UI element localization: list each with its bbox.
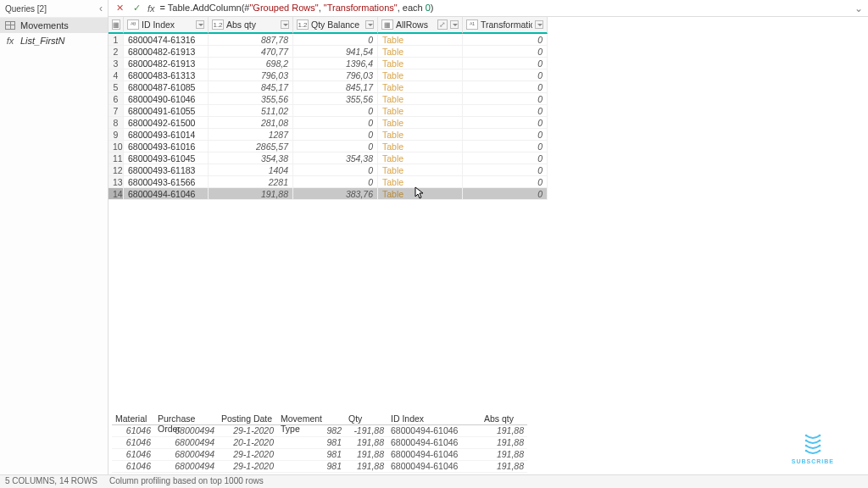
detail-cell[interactable]: 61046 bbox=[112, 437, 154, 449]
detail-cell[interactable]: 191,88 bbox=[481, 449, 527, 461]
detail-cell[interactable]: 61046 bbox=[112, 461, 154, 473]
cell-allrows[interactable]: Table bbox=[378, 188, 463, 200]
detail-cell[interactable]: 68000494 bbox=[154, 461, 218, 473]
cell-allrows[interactable]: Table bbox=[378, 164, 463, 176]
row-header-corner[interactable]: ▦ bbox=[108, 17, 124, 34]
cell-qty-balance[interactable]: 796,03 bbox=[293, 69, 378, 81]
type-icon[interactable]: ᴬ¹ bbox=[466, 19, 478, 30]
cell-id-index[interactable]: 68000493-61045 bbox=[124, 152, 209, 164]
expand-column-icon[interactable]: ⤢ bbox=[437, 19, 448, 30]
column-header[interactable]: ▦AllRows⤢ bbox=[378, 17, 463, 34]
detail-column-header[interactable]: Posting Date bbox=[218, 412, 277, 425]
cell-id-index[interactable]: 68000493-61566 bbox=[124, 176, 209, 188]
filter-icon[interactable] bbox=[196, 20, 204, 29]
cell-id-index[interactable]: 68000493-61014 bbox=[124, 129, 209, 141]
expand-formula-icon[interactable]: ⌄ bbox=[854, 3, 863, 14]
cell-allrows[interactable]: Table bbox=[378, 58, 463, 69]
cell-transformations[interactable]: 0 bbox=[463, 105, 548, 117]
detail-cell[interactable]: -191,88 bbox=[345, 425, 387, 437]
detail-cell[interactable]: 68000494-61046 bbox=[387, 449, 481, 461]
cell-transformations[interactable]: 0 bbox=[463, 69, 548, 81]
cell-allrows[interactable]: Table bbox=[378, 105, 463, 117]
cell-allrows[interactable]: Table bbox=[378, 176, 463, 188]
cell-allrows[interactable]: Table bbox=[378, 117, 463, 129]
detail-cell[interactable]: 68000494 bbox=[154, 425, 218, 437]
detail-cell[interactable]: 191,88 bbox=[481, 437, 527, 449]
detail-cell[interactable]: 68000494 bbox=[154, 449, 218, 461]
row-number[interactable]: 6 bbox=[108, 93, 124, 105]
row-number[interactable]: 10 bbox=[108, 141, 124, 152]
formula-input[interactable]: = Table.AddColumn(#"Grouped Rows", "Tran… bbox=[160, 3, 849, 14]
detail-cell[interactable]: 981 bbox=[277, 449, 345, 461]
collapse-sidebar-icon[interactable]: ‹ bbox=[99, 3, 103, 14]
cancel-icon[interactable]: ✕ bbox=[114, 3, 125, 14]
detail-cell[interactable]: 20-1-2020 bbox=[218, 437, 277, 449]
row-number[interactable]: 14 bbox=[108, 188, 124, 200]
detail-column-header[interactable]: Qty bbox=[345, 412, 387, 425]
cell-abs-qty[interactable]: 354,38 bbox=[209, 152, 293, 164]
cell-qty-balance[interactable]: 0 bbox=[293, 164, 378, 176]
detail-column-header[interactable]: Abs qty bbox=[481, 412, 527, 425]
cell-qty-balance[interactable]: 0 bbox=[293, 176, 378, 188]
cell-transformations[interactable]: 0 bbox=[463, 58, 548, 69]
cell-transformations[interactable]: 0 bbox=[463, 34, 548, 46]
cell-allrows[interactable]: Table bbox=[378, 129, 463, 141]
cell-qty-balance[interactable]: 354,38 bbox=[293, 152, 378, 164]
cell-allrows[interactable]: Table bbox=[378, 46, 463, 58]
cell-id-index[interactable]: 68000493-61183 bbox=[124, 164, 209, 176]
column-header[interactable]: 1.2Qty Balance bbox=[293, 17, 378, 34]
detail-cell[interactable]: 61046 bbox=[112, 425, 154, 437]
detail-cell[interactable]: 68000494-61046 bbox=[387, 461, 481, 473]
filter-icon[interactable] bbox=[281, 20, 289, 29]
type-icon[interactable]: ᴬᴮ bbox=[127, 19, 139, 30]
cell-qty-balance[interactable]: 355,56 bbox=[293, 93, 378, 105]
cell-abs-qty[interactable]: 2281 bbox=[209, 176, 293, 188]
detail-cell[interactable]: 191,88 bbox=[481, 461, 527, 473]
detail-cell[interactable]: 29-1-2020 bbox=[218, 425, 277, 437]
cell-transformations[interactable]: 0 bbox=[463, 81, 548, 93]
column-header[interactable]: ᴬ¹Transformations bbox=[463, 17, 548, 34]
cell-id-index[interactable]: 68000494-61046 bbox=[124, 188, 209, 200]
cell-transformations[interactable]: 0 bbox=[463, 164, 548, 176]
row-number[interactable]: 12 bbox=[108, 164, 124, 176]
detail-cell[interactable]: 191,88 bbox=[345, 449, 387, 461]
detail-cell[interactable]: 68000494-61046 bbox=[387, 437, 481, 449]
detail-cell[interactable]: 68000494-61046 bbox=[387, 425, 481, 437]
cell-transformations[interactable]: 0 bbox=[463, 93, 548, 105]
accept-icon[interactable]: ✓ bbox=[131, 3, 142, 14]
detail-cell[interactable]: 61046 bbox=[112, 449, 154, 461]
cell-abs-qty[interactable]: 191,88 bbox=[209, 188, 293, 200]
row-number[interactable]: 9 bbox=[108, 129, 124, 141]
row-number[interactable]: 8 bbox=[108, 117, 124, 129]
detail-cell[interactable]: 981 bbox=[277, 437, 345, 449]
cell-abs-qty[interactable]: 2865,57 bbox=[209, 141, 293, 152]
cell-id-index[interactable]: 68000487-61085 bbox=[124, 81, 209, 93]
cell-abs-qty[interactable]: 1287 bbox=[209, 129, 293, 141]
cell-qty-balance[interactable]: 1396,4 bbox=[293, 58, 378, 69]
cell-abs-qty[interactable]: 698,2 bbox=[209, 58, 293, 69]
filter-icon[interactable] bbox=[535, 20, 543, 29]
cell-abs-qty[interactable]: 281,08 bbox=[209, 117, 293, 129]
cell-allrows[interactable]: Table bbox=[378, 152, 463, 164]
row-number[interactable]: 11 bbox=[108, 152, 124, 164]
detail-cell[interactable]: 981 bbox=[277, 461, 345, 473]
filter-icon[interactable] bbox=[450, 20, 459, 29]
row-number[interactable]: 2 bbox=[108, 46, 124, 58]
cell-id-index[interactable]: 68000482-61913 bbox=[124, 46, 209, 58]
cell-allrows[interactable]: Table bbox=[378, 81, 463, 93]
cell-id-index[interactable]: 68000492-61500 bbox=[124, 117, 209, 129]
cell-abs-qty[interactable]: 511,02 bbox=[209, 105, 293, 117]
cell-allrows[interactable]: Table bbox=[378, 34, 463, 46]
cell-id-index[interactable]: 68000493-61016 bbox=[124, 141, 209, 152]
detail-column-header[interactable]: ID Index bbox=[387, 412, 481, 425]
cell-transformations[interactable]: 0 bbox=[463, 117, 548, 129]
cell-transformations[interactable]: 0 bbox=[463, 141, 548, 152]
row-number[interactable]: 7 bbox=[108, 105, 124, 117]
cell-id-index[interactable]: 68000491-61055 bbox=[124, 105, 209, 117]
cell-qty-balance[interactable]: 0 bbox=[293, 129, 378, 141]
detail-cell[interactable]: 191,88 bbox=[345, 461, 387, 473]
cell-qty-balance[interactable]: 845,17 bbox=[293, 81, 378, 93]
cell-qty-balance[interactable]: 0 bbox=[293, 105, 378, 117]
cell-qty-balance[interactable]: 383,76 bbox=[293, 188, 378, 200]
cell-abs-qty[interactable]: 355,56 bbox=[209, 93, 293, 105]
